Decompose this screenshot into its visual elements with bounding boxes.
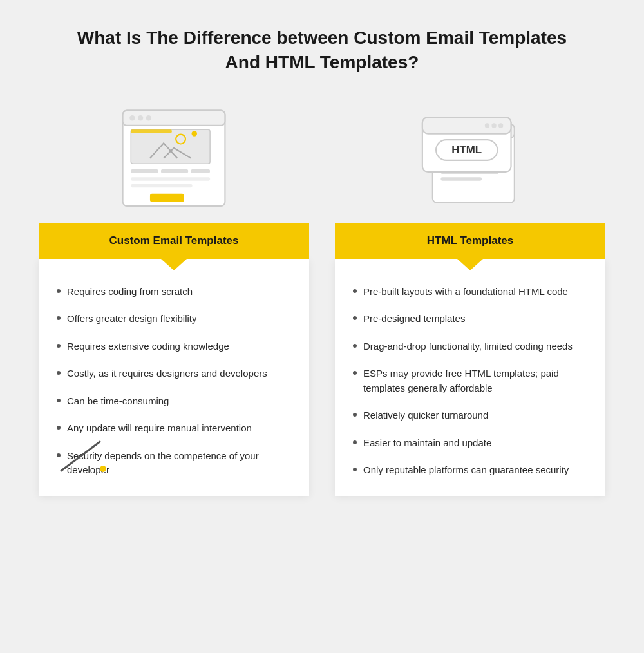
list-item: Can be time-consuming <box>57 394 291 409</box>
html-card: Pre-built layouts with a foundational HT… <box>335 259 605 496</box>
svg-point-3 <box>138 115 143 120</box>
svg-point-31 <box>491 123 496 128</box>
svg-point-34 <box>100 466 106 472</box>
bullet-icon <box>57 289 61 293</box>
list-item: Requires extensive coding knowledge <box>57 339 291 354</box>
svg-text:HTML: HTML <box>451 144 482 156</box>
list-item: Easier to maintain and update <box>353 436 587 451</box>
svg-rect-25 <box>440 177 482 180</box>
bullet-icon <box>353 344 357 348</box>
list-item-text: Requires coding from scratch <box>67 285 193 299</box>
svg-point-30 <box>485 123 489 128</box>
bullet-icon <box>353 316 357 320</box>
list-item: Offers greater design flexibility <box>57 312 291 326</box>
bullet-icon <box>57 344 61 348</box>
svg-rect-27 <box>422 117 511 133</box>
custom-banner-title: Custom Email Templates <box>52 234 296 247</box>
list-item: Requires coding from scratch <box>57 285 291 299</box>
list-item: Pre-built layouts with a foundational HT… <box>353 285 587 299</box>
list-item-text: Only reputable platforms can guarantee s… <box>363 463 569 478</box>
html-banner: HTML Templates <box>335 223 605 259</box>
decorative-element <box>58 435 109 477</box>
list-item-text: Drag-and-drop functionality, limited cod… <box>363 339 573 354</box>
list-item-text: Easier to maintain and update <box>363 436 491 451</box>
custom-illustration <box>116 100 232 216</box>
list-item: Pre-designed templates <box>353 312 587 326</box>
bullet-icon <box>57 371 61 375</box>
list-item-text: Relatively quicker turnaround <box>363 408 488 423</box>
svg-rect-8 <box>131 169 158 173</box>
html-template-icon: HTML <box>412 104 528 213</box>
list-item: Only reputable platforms can guarantee s… <box>353 463 587 478</box>
bullet-icon <box>353 289 357 293</box>
svg-rect-5 <box>131 129 210 164</box>
list-item-text: Any update will require manual intervent… <box>67 421 252 436</box>
list-item: ESPs may provide free HTML templates; pa… <box>353 366 587 395</box>
bullet-icon <box>57 316 61 320</box>
bullet-icon <box>353 468 357 471</box>
list-item-text: ESPs may provide free HTML templates; pa… <box>363 366 587 395</box>
bullet-icon <box>353 413 357 417</box>
list-item: Relatively quicker turnaround <box>353 408 587 423</box>
svg-point-32 <box>498 123 503 128</box>
custom-banner: Custom Email Templates <box>39 223 309 259</box>
svg-rect-13 <box>150 194 184 202</box>
svg-rect-9 <box>161 169 188 173</box>
list-item: Drag-and-drop functionality, limited cod… <box>353 339 587 354</box>
html-column: HTML HTML Templates Pre-built layouts wi… <box>335 100 605 496</box>
list-item: Costly, as it requires designers and dev… <box>57 366 291 381</box>
bullet-icon <box>57 426 61 430</box>
html-list: Pre-built layouts with a foundational HT… <box>353 285 587 478</box>
svg-rect-12 <box>131 184 192 187</box>
list-item-text: Offers greater design flexibility <box>67 312 196 326</box>
html-illustration: HTML <box>412 100 528 216</box>
svg-line-33 <box>61 442 100 471</box>
svg-rect-11 <box>131 177 210 180</box>
html-banner-title: HTML Templates <box>348 234 592 247</box>
svg-point-2 <box>129 115 135 120</box>
page-title: What Is The Difference between Custom Em… <box>39 26 605 75</box>
svg-point-14 <box>192 131 197 136</box>
list-item-text: Costly, as it requires designers and dev… <box>67 366 267 381</box>
list-item-text: Requires extensive coding knowledge <box>67 339 229 354</box>
custom-template-icon <box>116 104 232 213</box>
bullet-icon <box>353 440 357 444</box>
list-item: Any update will require manual intervent… <box>57 421 291 436</box>
bullet-icon <box>353 371 357 375</box>
svg-rect-10 <box>191 169 210 173</box>
list-item-text: Can be time-consuming <box>67 394 169 409</box>
svg-point-4 <box>146 115 151 120</box>
list-item-text: Pre-built layouts with a foundational HT… <box>363 285 568 299</box>
bullet-icon <box>57 399 61 402</box>
list-item-text: Pre-designed templates <box>363 312 465 326</box>
svg-rect-7 <box>131 129 172 133</box>
